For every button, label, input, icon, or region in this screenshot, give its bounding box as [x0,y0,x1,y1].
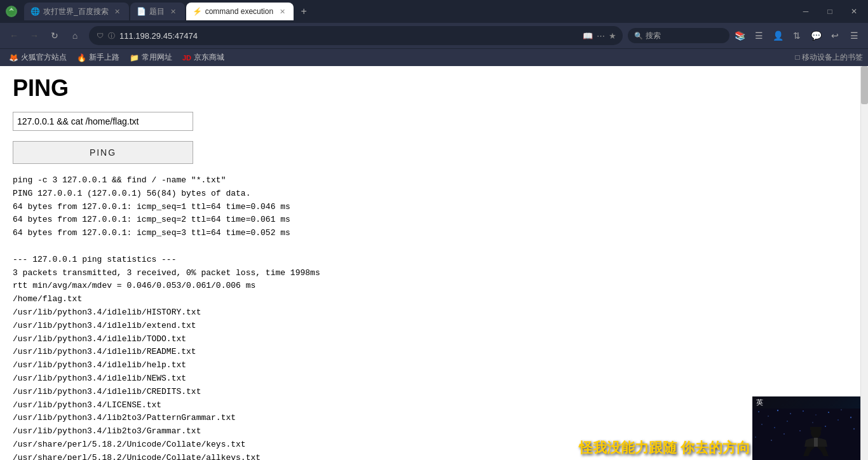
scrollbar-thumb[interactable] [861,66,868,104]
svg-point-15 [799,430,801,431]
tab-favicon-1: 🌐 [31,7,39,16]
navigation-bar: ← → ↻ ⌂ 🛡 ⓘ 111.198.29.45:47474 📖 ⋯ ★ 🔍 … [0,23,868,48]
svg-point-9 [828,412,829,413]
close-button[interactable]: ✕ [843,3,865,20]
chat-icon[interactable]: 💬 [807,27,825,44]
bookmark-label-jd: 京东商城 [194,52,224,63]
svg-point-3 [758,411,759,412]
svg-point-11 [850,417,851,418]
sidebar-icon[interactable]: ☰ [750,27,768,44]
svg-point-18 [837,419,839,421]
tab-close-1[interactable]: ✕ [112,6,123,17]
tab-close-3[interactable]: ✕ [277,6,287,17]
bookmark-label-newbie: 新手上路 [89,52,119,63]
ping-button[interactable]: PING [13,141,193,164]
svg-point-21 [771,440,772,441]
tab-title-3: command execution [205,7,273,16]
svg-point-7 [803,410,804,412]
address-action-icons: 📖 ⋯ ★ [583,31,616,41]
video-text-overlay: 怪我没能力跟随 你去的方向 [579,438,750,457]
svg-point-5 [777,410,778,411]
svg-point-4 [768,416,769,417]
shield-icon: 🛡 [95,31,104,40]
address-security-icons: 🛡 ⓘ [95,31,116,40]
folder-icon: 📁 [130,53,139,62]
tab-question[interactable]: 📄 题目 ✕ [130,3,185,20]
search-input-text: 搜索 [646,30,661,41]
tab-title-1: 攻打世界_百度搜索 [43,6,109,17]
page-content: PING PING ping -c 3 127.0.0.1 && find / … [0,66,868,460]
video-content [752,409,860,460]
home-button[interactable]: ⌂ [66,27,84,44]
bookmark-jd[interactable]: JD 京东商城 [179,51,228,64]
tab-command-execution[interactable]: ⚡ command execution ✕ [186,3,294,20]
window-controls: ─ □ ✕ [794,3,865,20]
svg-rect-25 [810,427,822,430]
library-icon[interactable]: 📚 [731,27,749,44]
bookmark-label-firefox: 火狐官方站点 [21,52,67,63]
tab-favicon-3: ⚡ [193,7,201,16]
browser-logo-icon [3,3,20,20]
back-button[interactable]: ← [5,27,23,44]
browser-chrome: 🌐 攻打世界_百度搜索 ✕ 📄 题目 ✕ ⚡ command execution… [0,0,868,66]
svg-point-22 [783,433,785,435]
bookmarks-bar: 🦊 火狐官方站点 🔥 新手上路 📁 常用网址 JD 京东商城 □ 移动设备上的书… [0,48,868,66]
back-icon2[interactable]: ↩ [826,27,844,44]
svg-rect-24 [814,438,818,447]
svg-point-17 [825,426,826,427]
address-text: 111.198.29.45:47474 [119,31,579,41]
jd-icon: JD [182,54,191,62]
svg-point-12 [761,424,763,425]
new-tab-button[interactable]: + [295,3,313,20]
reader-mode-icon[interactable]: 📖 [583,31,593,41]
svg-point-20 [755,436,756,438]
bookmark-star-icon[interactable]: ★ [609,31,616,41]
nav-right-icons: 🔍 搜索 📚 ☰ 👤 ⇅ 💬 ↩ ☰ [628,27,863,44]
more-options-icon[interactable]: ⋯ [597,31,605,41]
sync-icon[interactable]: ⇅ [788,27,806,44]
svg-point-19 [853,428,855,430]
minimize-button[interactable]: ─ [794,3,817,20]
scrollbar-track[interactable] [860,66,868,460]
bookmark-firefox[interactable]: 🦊 火狐官方站点 [5,51,71,64]
info-icon: ⓘ [107,31,116,40]
svg-point-13 [774,427,775,428]
newbie-icon: 🔥 [77,53,86,62]
ping-input-area: PING [13,112,855,164]
svg-point-16 [812,422,813,423]
page-title: PING [13,75,855,102]
svg-point-8 [815,414,816,415]
forward-button[interactable]: → [25,27,43,44]
svg-point-6 [790,413,791,414]
refresh-button[interactable]: ↻ [46,27,64,44]
video-header-icon: 英 [756,398,763,407]
maximize-button[interactable]: □ [818,3,841,20]
menu-icon[interactable]: ☰ [845,27,863,44]
svg-point-10 [841,409,842,410]
search-bar[interactable]: 🔍 搜索 [628,28,729,43]
tab-baidu-search[interactable]: 🌐 攻打世界_百度搜索 ✕ [24,3,129,20]
bookmark-common[interactable]: 📁 常用网址 [126,51,176,64]
bookmark-newbie[interactable]: 🔥 新手上路 [73,51,123,64]
search-icon: 🔍 [634,32,643,40]
command-output: ping -c 3 127.0.0.1 && find / -name "*.t… [13,174,855,460]
bookmark-label-common: 常用网址 [142,52,172,63]
tab-bar: 🌐 攻打世界_百度搜索 ✕ 📄 题目 ✕ ⚡ command execution… [0,0,868,23]
tab-favicon-2: 📄 [137,7,146,16]
video-overlay: 英 [752,396,860,460]
address-bar[interactable]: 🛡 ⓘ 111.198.29.45:47474 📖 ⋯ ★ [89,26,623,45]
ping-input-field[interactable] [13,112,193,131]
tab-title-2: 题目 [149,6,165,17]
account-icon[interactable]: 👤 [769,27,787,44]
video-header: 英 [752,396,860,409]
tab-close-2[interactable]: ✕ [168,6,179,17]
svg-point-14 [787,421,788,422]
firefox-icon: 🦊 [9,53,18,62]
mobile-bookmarks[interactable]: □ 移动设备上的书签 [795,52,863,63]
